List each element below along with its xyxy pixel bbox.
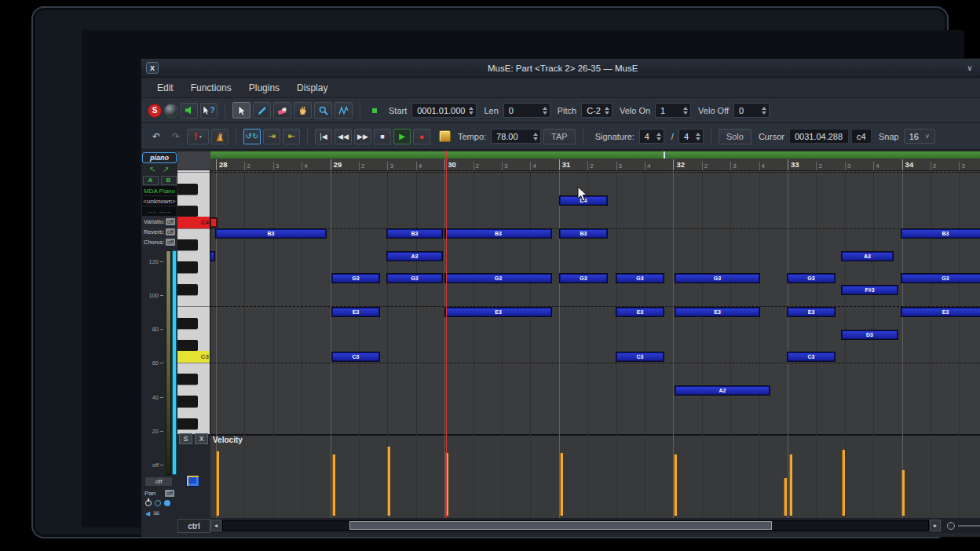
signature-numerator-spinbox[interactable]: 4 (639, 129, 664, 144)
velocity-bar[interactable] (784, 478, 787, 516)
piano-key-black[interactable] (177, 418, 198, 429)
hzoom-track[interactable] (958, 525, 980, 527)
snap-combo[interactable]: 16 ∨ (904, 129, 935, 144)
menu-edit[interactable]: Edit (149, 80, 181, 96)
ctrl-lane-select-button[interactable]: S (179, 433, 192, 444)
midi-note[interactable]: G3 (332, 274, 379, 283)
zoom-tool-button[interactable] (314, 102, 332, 119)
velocity-bar[interactable] (842, 450, 845, 516)
piano-key-black[interactable] (177, 374, 198, 385)
piano-key-c4[interactable]: C4 (177, 217, 210, 228)
velo-off-spinbox[interactable]: 0 (733, 103, 770, 118)
volume-value[interactable]: off (144, 476, 173, 487)
midi-note[interactable]: F#3 (842, 286, 898, 294)
midi-note[interactable]: E3 (616, 308, 664, 316)
signature-denominator-spinbox[interactable]: 4 (678, 129, 704, 144)
piano-key-black[interactable] (177, 239, 198, 250)
midi-note[interactable]: E3 (901, 308, 980, 316)
a-button[interactable]: A (143, 176, 159, 185)
midi-note[interactable] (210, 218, 217, 227)
solo-button[interactable]: Solo (719, 129, 751, 144)
piano-key-black[interactable] (177, 184, 198, 195)
midi-note[interactable]: E3 (332, 308, 379, 316)
midi-note[interactable]: C3 (788, 352, 835, 361)
midi-note[interactable]: G3 (387, 274, 442, 283)
tempo-spinbox[interactable]: 78.00 (491, 129, 541, 144)
pencil-tool-button[interactable] (253, 102, 271, 119)
skip-start-button[interactable]: |◀ (315, 129, 332, 144)
menu-plugins[interactable]: Plugins (241, 80, 287, 96)
prev-part-icon[interactable]: ↖ (150, 165, 156, 173)
position-strip[interactable] (210, 151, 980, 159)
b-button[interactable]: B (161, 176, 177, 185)
piano-key-c3[interactable]: C3 (177, 351, 210, 362)
midi-note[interactable]: C3 (616, 352, 664, 361)
midi-note[interactable]: B3 (216, 229, 326, 238)
patch-name[interactable]: <unknown> (142, 196, 177, 206)
midi-note[interactable]: A3 (842, 252, 893, 261)
controller-row[interactable]: Chorus:off (142, 237, 177, 246)
start-spinbox[interactable]: 0001.01.000 (411, 103, 477, 118)
pitch-spinbox[interactable]: C-2 (581, 103, 612, 118)
velocity-bar[interactable] (560, 453, 563, 516)
midi-event-icon[interactable]: ✉ (153, 509, 159, 517)
velo-on-spinbox[interactable]: 1 (655, 103, 691, 118)
midi-note[interactable]: G3 (560, 274, 607, 283)
tap-button[interactable]: TAP (543, 129, 576, 144)
midi-note[interactable]: B3 (901, 229, 980, 238)
play-button[interactable]: ▶ (393, 129, 411, 144)
monitor-icon[interactable] (164, 500, 170, 506)
speaker-icon[interactable] (181, 103, 198, 119)
piano-key-black[interactable] (177, 261, 198, 272)
piano-key-black[interactable] (177, 318, 198, 329)
volume-slider[interactable] (172, 250, 177, 475)
draw-tool-button[interactable] (335, 102, 353, 119)
midi-note[interactable]: G3 (901, 274, 980, 283)
toolbar-handle[interactable] (372, 108, 377, 113)
len-spinbox[interactable]: 0 (503, 103, 550, 118)
midi-note[interactable]: A2 (675, 386, 770, 395)
velocity-bar[interactable] (789, 454, 792, 516)
hzoom-knob[interactable] (947, 522, 955, 530)
velocity-panel[interactable] (210, 434, 980, 518)
stop-button[interactable]: ■ (374, 129, 391, 144)
record-arm-icon[interactable] (155, 500, 161, 506)
next-part-icon[interactable]: ↗ (163, 165, 169, 173)
piano-keys[interactable]: C4C3 (177, 170, 210, 434)
record-button[interactable]: ● (413, 129, 430, 144)
midi-note[interactable]: A3 (387, 252, 442, 261)
power-icon[interactable] (145, 500, 152, 506)
scroll-right-button[interactable]: ▸ (930, 520, 941, 531)
note-grid[interactable] (210, 171, 980, 434)
playhead[interactable] (446, 151, 447, 518)
velocity-bar[interactable] (387, 447, 390, 516)
hscroll-thumb[interactable] (349, 521, 772, 530)
titlebar[interactable]: X MusE: Part <Track 2> 26-35 — MusE ∨ ∧ … (141, 59, 980, 78)
whatsthis-icon[interactable]: ? (200, 103, 218, 119)
metronome-button[interactable] (211, 129, 229, 144)
scroll-left-button[interactable]: ◂ (210, 520, 221, 531)
panic-button[interactable]: ! ▾ (187, 129, 209, 144)
midi-note[interactable]: B3 (445, 229, 551, 238)
minimize-button[interactable]: ∨ (967, 64, 972, 72)
menu-functions[interactable]: Functions (183, 80, 240, 96)
hand-tool-button[interactable] (294, 102, 312, 119)
midi-note[interactable]: B3 (387, 229, 442, 238)
menu-display[interactable]: Display (289, 80, 335, 96)
forward-button[interactable]: ▶▶ (354, 129, 371, 144)
velocity-bar[interactable] (216, 451, 219, 516)
instrument-name[interactable]: MDA Piano (142, 186, 177, 195)
midi-note[interactable]: G3 (788, 274, 835, 283)
punch-in-button[interactable]: ⇥ (263, 129, 280, 144)
redo-button[interactable]: ↷ (167, 129, 185, 144)
part-name-tab[interactable]: piano (142, 152, 177, 163)
midi-note[interactable]: C3 (332, 352, 379, 361)
velocity-bar[interactable] (332, 454, 335, 516)
bank-display[interactable]: --- ---- (142, 206, 177, 216)
midi-note[interactable]: E3 (445, 308, 551, 316)
punch-out-button[interactable]: ⇤ (283, 129, 300, 144)
eraser-tool-button[interactable] (273, 102, 291, 119)
speaker-icon[interactable]: ◀ (145, 510, 150, 517)
ctrl-lane-close-button[interactable]: X (195, 433, 208, 444)
pan-value[interactable]: off (165, 490, 174, 497)
